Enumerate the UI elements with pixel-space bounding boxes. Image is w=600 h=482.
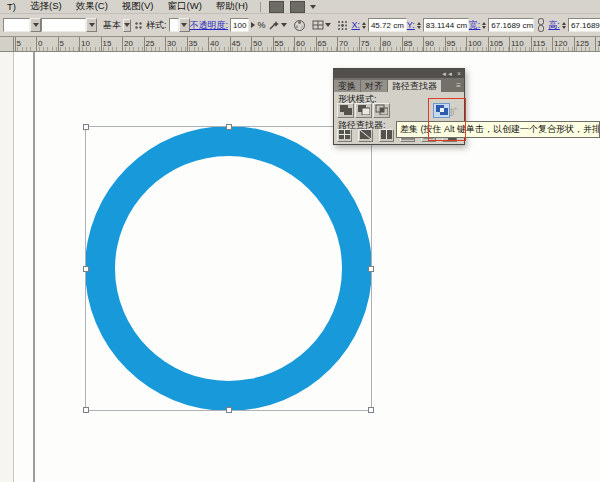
ruler-label: 50 — [253, 39, 262, 48]
ruler-tick — [423, 37, 424, 51]
menu-item-view[interactable]: 视图(V) — [115, 0, 161, 13]
stroke-select[interactable] — [41, 18, 97, 32]
link-dimensions-icon[interactable] — [537, 18, 545, 32]
ruler-tick — [531, 37, 532, 51]
ruler-tick — [488, 37, 489, 51]
width-input[interactable]: 67.1689 cm — [488, 18, 534, 32]
ruler-tick — [337, 37, 338, 51]
ruler-label: 90 — [425, 39, 434, 48]
menu-item-effect[interactable]: 效果(C) — [69, 0, 115, 13]
ruler-label: 125 — [576, 39, 589, 48]
tab-pathfinder[interactable]: 路径查找器 — [388, 80, 441, 92]
tab-align[interactable]: 对齐 — [361, 80, 387, 92]
panel-menu-icon[interactable]: ≡ — [453, 81, 464, 90]
selection-handle[interactable] — [226, 407, 232, 413]
height-stepper[interactable] — [562, 22, 566, 29]
close-icon[interactable]: × — [457, 71, 461, 77]
x-input[interactable]: 45.72 cm — [368, 18, 407, 32]
ruler-tick — [208, 37, 209, 51]
brush-options-icon[interactable] — [134, 21, 143, 30]
ruler-tick — [445, 37, 446, 51]
intersect-button[interactable] — [373, 103, 390, 118]
chevron-down-icon[interactable] — [310, 5, 316, 9]
tab-transform[interactable]: 变换 — [334, 80, 360, 92]
ruler-tick — [509, 37, 510, 51]
y-stepper[interactable] — [417, 22, 421, 29]
chevron-down-icon[interactable] — [30, 18, 41, 32]
brush-definition-label[interactable]: 基本 — [103, 19, 121, 32]
recolor-artwork-icon[interactable] — [293, 19, 306, 32]
width-stepper[interactable] — [482, 22, 486, 29]
selection-handle[interactable] — [83, 266, 89, 272]
tooltip: 差集 (按住 Alt 键单击，以创建一个复合形状，并排除重叠部分) — [396, 121, 600, 138]
unite-button[interactable] — [337, 103, 354, 118]
ruler-tick — [101, 37, 102, 51]
minus-front-button[interactable] — [355, 103, 372, 118]
menu-item-window[interactable]: 窗口(W) — [161, 0, 209, 13]
menu-bar: T) 选择(S) 效果(C) 视图(V) 窗口(W) 帮助(H) — [0, 0, 600, 14]
chevron-down-icon[interactable] — [179, 18, 190, 32]
horizontal-ruler[interactable]: 5051015202530354045505560657075808590951… — [14, 37, 600, 52]
opacity-label[interactable]: 不透明度: — [190, 19, 229, 32]
ruler-label: 55 — [275, 39, 284, 48]
selection-handle[interactable] — [368, 266, 374, 272]
style-select[interactable] — [169, 18, 190, 32]
ruler-label: 30 — [167, 39, 176, 48]
merge-button[interactable] — [379, 129, 394, 142]
fill-select[interactable] — [3, 18, 41, 32]
ruler-label: 10 — [81, 39, 90, 48]
ruler-label: 110 — [511, 39, 524, 48]
ruler-label: 115 — [533, 39, 546, 48]
ruler-tick — [402, 37, 403, 51]
ruler-corner — [0, 37, 14, 52]
menu-item-partial[interactable]: T) — [0, 1, 23, 12]
annotation-red-box — [428, 98, 466, 141]
selection-handle[interactable] — [368, 407, 374, 413]
trim-button[interactable] — [358, 129, 373, 142]
opacity-slider-icon[interactable] — [251, 22, 255, 28]
menu-item-select[interactable]: 选择(S) — [23, 0, 69, 13]
ruler-tick — [36, 37, 37, 51]
menu-separator — [260, 2, 261, 12]
divide-button[interactable] — [337, 129, 352, 142]
arrange-documents-icon[interactable] — [290, 1, 305, 13]
select-similar-icon[interactable] — [268, 19, 287, 31]
ruler-label: 5 — [17, 39, 21, 48]
height-input[interactable]: 67.1689 cm — [568, 18, 600, 32]
ruler-tick — [574, 37, 575, 51]
ruler-label: 120 — [554, 39, 567, 48]
selection-handle[interactable] — [83, 407, 89, 413]
ruler-label: 85 — [404, 39, 413, 48]
ruler-tick — [273, 37, 274, 51]
divide-icon — [338, 129, 351, 142]
ruler-label: 65 — [318, 39, 327, 48]
unite-icon — [339, 104, 352, 117]
panel-title-bar[interactable]: ◄◄ × — [334, 69, 464, 78]
ruler-label: 70 — [339, 39, 348, 48]
chevron-down-icon[interactable] — [123, 19, 131, 32]
width-label[interactable]: 宽: — [469, 19, 481, 32]
bridge-icon[interactable] — [269, 1, 284, 13]
menu-item-help[interactable]: 帮助(H) — [209, 0, 255, 13]
collapse-panel-icon[interactable]: ◄◄ — [441, 71, 453, 77]
opacity-input[interactable]: 100 — [230, 18, 249, 32]
ruler-tick — [15, 37, 16, 51]
selection-bounding-box[interactable] — [85, 126, 372, 411]
x-label[interactable]: X: — [351, 20, 360, 30]
arrange-options-icon[interactable] — [312, 19, 331, 31]
ruler-label: 80 — [382, 39, 391, 48]
reference-point-locator-icon[interactable] — [337, 20, 348, 31]
y-label[interactable]: Y: — [407, 20, 415, 30]
vertical-ruler[interactable] — [0, 52, 14, 482]
x-stepper[interactable] — [362, 22, 366, 29]
chevron-down-icon[interactable] — [86, 18, 97, 32]
selection-handle[interactable] — [83, 124, 89, 130]
ruler-tick — [595, 37, 596, 51]
y-input[interactable]: 83.1144 cm — [423, 18, 469, 32]
ruler-label: 95 — [447, 39, 456, 48]
ruler-tick — [316, 37, 317, 51]
selection-handle[interactable] — [226, 124, 232, 130]
ruler-tick — [58, 37, 59, 51]
height-label[interactable]: 高: — [548, 19, 560, 32]
ruler-tick — [187, 37, 188, 51]
